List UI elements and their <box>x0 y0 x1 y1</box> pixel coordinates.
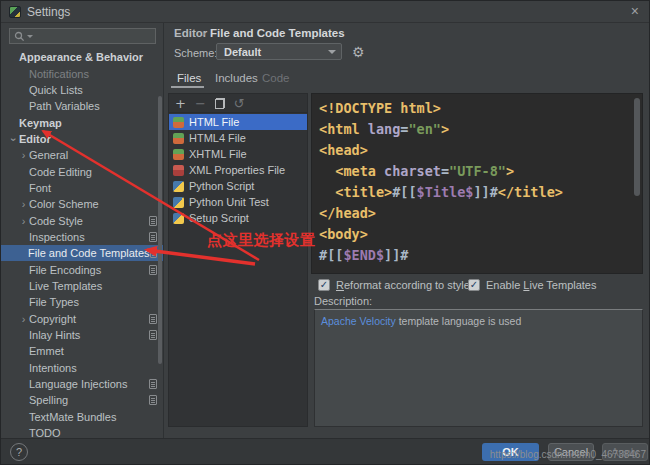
sidebar-item-color-scheme[interactable]: ›Color Scheme <box>1 196 163 212</box>
chevron-right-icon[interactable]: › <box>18 215 29 227</box>
sidebar-item-emmet[interactable]: Emmet <box>1 343 163 359</box>
page-icon <box>149 265 157 275</box>
sidebar-item-notifications[interactable]: Notifications <box>1 65 163 81</box>
sidebar-item-path-variables[interactable]: Path Variables <box>1 98 163 114</box>
sidebar-item-label: Path Variables <box>29 100 100 112</box>
sidebar-item-label: Code Editing <box>29 166 92 178</box>
sidebar-item-copyright[interactable]: ›Copyright <box>1 311 163 327</box>
sidebar-item-label: File and Code Templates <box>28 247 149 259</box>
editor-scrollbar[interactable] <box>634 98 640 196</box>
gear-icon[interactable]: ⚙ <box>352 44 365 60</box>
checkbox-checked-icon: ✓ <box>318 279 330 291</box>
sidebar-item-file-encodings[interactable]: File Encodings <box>1 261 163 277</box>
sidebar-item-label: File Encodings <box>29 264 101 276</box>
sidebar-item-code-style[interactable]: ›Code Style <box>1 212 163 228</box>
sidebar-item-code-editing[interactable]: Code Editing <box>1 163 163 179</box>
template-item-html4-file[interactable]: HTML4 File <box>169 130 307 146</box>
sidebar-item-file-and-code-templates[interactable]: File and Code Templates <box>1 245 163 261</box>
sidebar-item-file-types[interactable]: File Types <box>1 294 163 310</box>
settings-dialog: Settings × Appearance & BehaviorNotifica… <box>0 0 650 465</box>
code-line: <title>#[[$Title$]]#</title> <box>319 182 642 203</box>
xml-file-icon <box>173 165 184 176</box>
search-input[interactable] <box>9 28 156 44</box>
chevron-right-icon[interactable]: › <box>18 313 29 325</box>
code-line: #[[$END$]]# <box>319 245 642 266</box>
enable-live-templates-checkbox[interactable]: ✓ Enable Live Templates <box>468 279 597 291</box>
apache-velocity-link[interactable]: Apache Velocity <box>321 315 396 327</box>
scheme-value: Default <box>224 46 328 58</box>
python-file-icon <box>173 181 184 192</box>
sidebar-item-language-injections[interactable]: Language Injections <box>1 376 163 392</box>
template-item-label: Python Unit Test <box>189 196 269 208</box>
active-tab-underline <box>171 86 204 88</box>
template-item-html-file[interactable]: HTML File <box>169 114 307 130</box>
sidebar-item-label: Inspections <box>29 231 85 243</box>
page-icon <box>149 232 157 242</box>
sidebar-item-label: Live Templates <box>29 280 102 292</box>
sidebar-item-intentions[interactable]: Intentions <box>1 360 163 376</box>
help-button[interactable]: ? <box>10 443 28 461</box>
sidebar-item-label: Copyright <box>29 313 76 325</box>
template-item-xhtml-file[interactable]: XHTML File <box>169 146 307 162</box>
sidebar-item-quick-lists[interactable]: Quick Lists <box>1 82 163 98</box>
sidebar-item-appearance-behavior[interactable]: Appearance & Behavior <box>1 49 163 65</box>
scheme-label: Scheme: <box>174 47 217 59</box>
sidebar-item-inlay-hints[interactable]: Inlay Hints <box>1 327 163 343</box>
sidebar-item-label: Code Style <box>29 215 83 227</box>
page-icon <box>149 330 157 340</box>
sidebar-item-inspections[interactable]: Inspections <box>1 229 163 245</box>
tab-files[interactable]: Files <box>177 72 201 84</box>
sidebar-item-spelling[interactable]: Spelling <box>1 392 163 408</box>
html-file-icon <box>173 149 184 160</box>
sidebar-scrollbar[interactable] <box>158 96 162 364</box>
sidebar-item-keymap[interactable]: Keymap <box>1 114 163 130</box>
sidebar-item-textmate-bundles[interactable]: TextMate Bundles <box>1 409 163 425</box>
remove-template-button: − <box>195 97 206 110</box>
scheme-dropdown[interactable]: Default <box>216 43 342 60</box>
chevron-down-icon[interactable]: › <box>8 134 20 145</box>
template-item-label: HTML File <box>189 116 239 128</box>
reformat-checkbox[interactable]: ✓ Reformat according to style <box>318 279 470 291</box>
sidebar-item-label: File Types <box>29 296 79 308</box>
sidebar-item-todo[interactable]: TODO <box>1 425 163 438</box>
sidebar-item-general[interactable]: ›General <box>1 147 163 163</box>
chevron-right-icon[interactable]: › <box>18 149 29 161</box>
breadcrumb-current: File and Code Templates <box>210 27 345 39</box>
add-template-button[interactable]: + <box>175 97 186 110</box>
python-file-icon <box>173 197 184 208</box>
settings-sidebar: Appearance & BehaviorNotificationsQuick … <box>1 23 164 438</box>
python-file-icon <box>173 213 184 224</box>
checkbox-checked-icon: ✓ <box>468 279 480 291</box>
description-label: Description: <box>314 295 372 307</box>
tab-includes[interactable]: Includes <box>215 72 258 84</box>
sidebar-item-editor[interactable]: ›Editor <box>1 131 163 147</box>
html-file-icon <box>173 133 184 144</box>
sidebar-item-font[interactable]: Font <box>1 180 163 196</box>
sidebar-item-label: Notifications <box>29 68 89 80</box>
chevron-right-icon[interactable]: › <box>18 198 29 210</box>
close-icon[interactable]: × <box>631 3 639 19</box>
html-file-icon <box>173 117 184 128</box>
sidebar-item-live-templates[interactable]: Live Templates <box>1 278 163 294</box>
template-item-python-script[interactable]: Python Script <box>169 178 307 194</box>
template-code-editor[interactable]: <!DOCTYPE html><html lang="en"><head> <m… <box>311 93 643 274</box>
code-line: <meta charset="UTF-8"> <box>319 161 642 182</box>
copy-template-button[interactable] <box>215 98 225 109</box>
sidebar-item-label: Editor <box>19 133 51 145</box>
sidebar-item-label: Spelling <box>29 394 68 406</box>
sidebar-item-label: Font <box>29 182 51 194</box>
revert-template-button: ↺ <box>234 97 245 110</box>
sidebar-item-label: General <box>29 149 68 161</box>
chevron-down-icon <box>328 50 336 54</box>
code-line: <html lang="en"> <box>319 119 642 140</box>
sidebar-item-label: Intentions <box>29 362 77 374</box>
annotation-text: 点这里选择设置 <box>207 231 316 250</box>
sidebar-item-label: Inlay Hints <box>29 329 80 341</box>
code-line: <head> <box>319 140 642 161</box>
template-item-setup-script[interactable]: Setup Script <box>169 210 307 226</box>
template-list-toolbar: + − ↺ <box>169 94 307 113</box>
page-icon <box>149 216 157 226</box>
sidebar-item-label: Quick Lists <box>29 84 83 96</box>
template-item-python-unit-test[interactable]: Python Unit Test <box>169 194 307 210</box>
template-item-xml-properties-file[interactable]: XML Properties File <box>169 162 307 178</box>
